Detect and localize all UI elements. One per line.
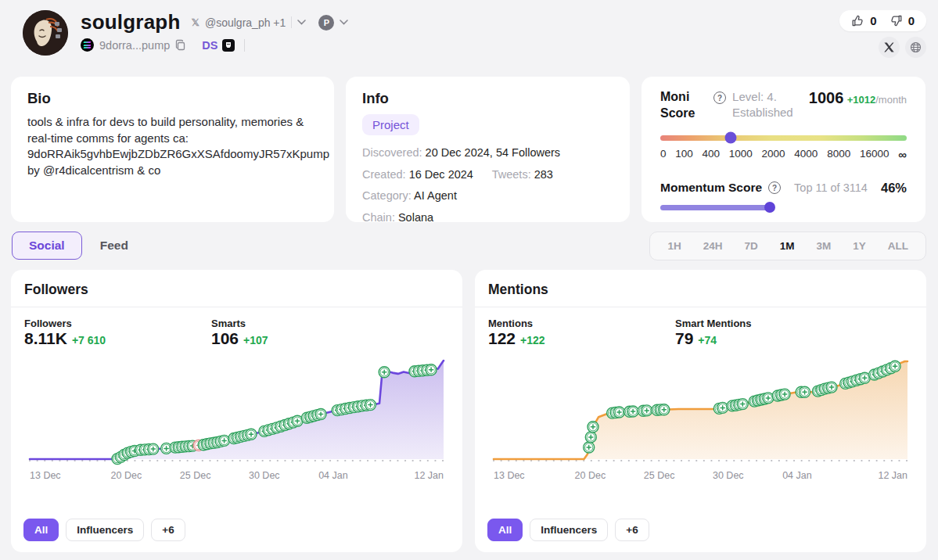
- avatar-image: [23, 10, 68, 56]
- x-profile-button[interactable]: [879, 37, 900, 58]
- scale-label: 2000: [762, 148, 785, 161]
- info-cards-row: Bio tools & infra for devs to build pers…: [0, 58, 938, 222]
- svg-text:20 Dec: 20 Dec: [111, 470, 142, 481]
- time-range-1y[interactable]: 1Y: [842, 240, 877, 252]
- svg-text:13 Dec: 13 Dec: [30, 470, 61, 481]
- momentum-rank: Top 11 of 3114: [794, 181, 868, 194]
- followers-card: Followers Followers 8.11K+7 610 Smarts 1…: [11, 270, 462, 552]
- scale-label: 16000: [860, 148, 889, 161]
- time-range-1h[interactable]: 1H: [656, 240, 692, 252]
- metric-label: Smarts: [211, 318, 398, 329]
- scale-label: 0: [660, 148, 667, 161]
- dex-badge-icon[interactable]: [222, 39, 235, 52]
- discovered-value: 20 Dec 2024, 54 Followers: [426, 146, 561, 159]
- followers-card-title: Followers: [24, 282, 449, 298]
- time-range-24h[interactable]: 24H: [692, 240, 734, 252]
- scale-label: 8000: [827, 148, 850, 161]
- votes-pill: 0 0: [839, 10, 926, 31]
- time-range-3m[interactable]: 3M: [805, 240, 842, 252]
- momentum-score-title: Momentum Score: [660, 181, 762, 195]
- followers-metrics: Followers 8.11K+7 610 Smarts 106+107: [11, 307, 462, 348]
- svg-text:25 Dec: 25 Dec: [180, 470, 211, 481]
- scale-label: 4000: [794, 148, 818, 161]
- chevron-down-icon[interactable]: [297, 20, 306, 25]
- copy-icon[interactable]: [174, 39, 186, 51]
- moni-score-value-group: 1006 +1012/month: [809, 89, 907, 107]
- momentum-marker[interactable]: [764, 202, 775, 213]
- help-icon[interactable]: ?: [713, 92, 726, 104]
- svg-text:04 Jan: 04 Jan: [782, 470, 812, 481]
- svg-text:25 Dec: 25 Dec: [644, 470, 675, 481]
- info-row-meta: Created: 16 Dec 2024 Tweets: 283 Categor…: [362, 164, 613, 207]
- help-icon[interactable]: ?: [768, 181, 781, 194]
- info-row-chain: Chain: Solana: [362, 207, 613, 229]
- bio-title: Bio: [27, 90, 318, 107]
- divider: [244, 39, 245, 52]
- website-button[interactable]: [905, 37, 926, 58]
- avatar: [23, 10, 68, 56]
- title-block: soulgraph 𝕏 @soulgra_ph +1 P: [81, 10, 348, 52]
- moni-score-delta: +1012: [847, 94, 876, 106]
- time-range-1m[interactable]: 1M: [769, 240, 806, 252]
- discovered-label: Discovered:: [362, 146, 422, 159]
- moni-score-card: Moni Score ? Level: 4. Established 1006 …: [642, 77, 925, 222]
- info-title: Info: [362, 90, 613, 107]
- filter-all-button[interactable]: All: [23, 519, 59, 541]
- x-handle-group[interactable]: 𝕏 @soulgra_ph +1: [191, 16, 306, 29]
- page-title: soulgraph: [81, 10, 180, 34]
- moni-score-scale-bar: [660, 135, 907, 141]
- metric-value: 122: [488, 329, 516, 347]
- scale-label: 100: [675, 148, 693, 161]
- moni-level: Level: 4. Established: [732, 89, 809, 120]
- mentions-metrics: Mentions 122+122 Smart Mentions 79+74: [475, 307, 926, 348]
- tab-feed[interactable]: Feed: [100, 239, 128, 253]
- mentions-card: Mentions Mentions 122+122 Smart Mentions…: [475, 270, 926, 552]
- moni-score-value: 1006: [809, 89, 844, 106]
- momentum-bar: [660, 202, 907, 213]
- moni-score-title: Moni Score: [660, 89, 707, 122]
- chain-label: Chain:: [362, 211, 395, 224]
- followers-filters: All Influencers +6: [11, 519, 462, 552]
- filter-all-button[interactable]: All: [487, 519, 523, 541]
- category-label: Category:: [362, 189, 411, 202]
- downvote-button[interactable]: 0: [889, 14, 915, 27]
- x-logo-icon: 𝕏: [191, 16, 199, 28]
- scale-label-infinity: ∞: [898, 148, 907, 161]
- metric-delta: +74: [698, 334, 717, 346]
- metric-mentions: Mentions 122+122: [488, 318, 675, 348]
- svg-text:12 Jan: 12 Jan: [414, 470, 444, 481]
- svg-text:30 Dec: 30 Dec: [249, 470, 280, 481]
- svg-text:13 Dec: 13 Dec: [494, 470, 525, 481]
- dexscreener-link[interactable]: DS: [202, 39, 217, 52]
- created-value: 16 Dec 2024: [409, 168, 473, 181]
- downvote-count: 0: [908, 14, 915, 27]
- filter-more-button[interactable]: +6: [615, 519, 649, 541]
- info-rows: Discovered: 20 Dec 2024, 54 Followers Cr…: [362, 142, 613, 228]
- metric-delta: +122: [520, 334, 545, 346]
- pump-badge-icon[interactable]: P: [318, 15, 334, 31]
- tab-social[interactable]: Social: [12, 232, 82, 260]
- upvote-button[interactable]: 0: [851, 14, 876, 27]
- moni-score-period: /month: [875, 94, 907, 106]
- metric-label: Smart Mentions: [675, 318, 862, 329]
- mentions-chart[interactable]: 13 Dec20 Dec25 Dec30 Dec04 Jan12 Jan: [475, 348, 926, 486]
- svg-text:12 Jan: 12 Jan: [878, 470, 907, 481]
- x-handle: @soulgra_ph +1: [205, 16, 286, 29]
- scale-label: 400: [703, 148, 721, 161]
- globe-icon: [910, 41, 922, 53]
- svg-text:04 Jan: 04 Jan: [318, 470, 348, 481]
- filter-more-button[interactable]: +6: [151, 519, 185, 541]
- momentum-value: 46%: [881, 181, 907, 196]
- filter-influencers-button[interactable]: Influencers: [530, 519, 608, 541]
- created-label: Created:: [362, 168, 406, 181]
- time-range-all[interactable]: ALL: [877, 240, 919, 252]
- followers-chart[interactable]: 13 Dec20 Dec25 Dec30 Dec04 Jan12 Jan: [11, 348, 462, 486]
- metric-value: 79: [675, 329, 693, 347]
- time-range-7d[interactable]: 7D: [733, 240, 768, 252]
- moni-score-marker[interactable]: [724, 132, 736, 144]
- filter-influencers-button[interactable]: Influencers: [66, 519, 144, 541]
- charts-row: Followers Followers 8.11K+7 610 Smarts 1…: [0, 261, 938, 552]
- bio-text: tools & infra for devs to build personal…: [27, 114, 318, 179]
- chevron-down-icon[interactable]: [340, 20, 348, 25]
- thumbs-up-icon: [851, 14, 864, 27]
